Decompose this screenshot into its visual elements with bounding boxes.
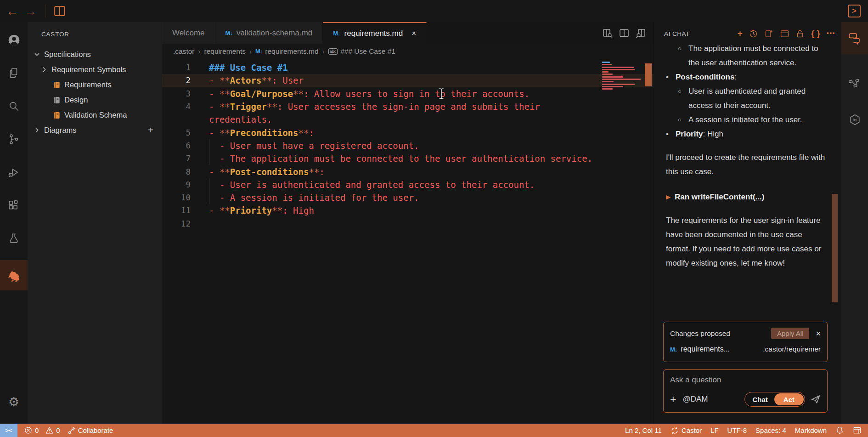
book-orange-icon: [53, 81, 61, 89]
breadcrumb-item[interactable]: .castor: [173, 47, 195, 56]
tree-item-requirement-symbols[interactable]: Requirement Symbols: [28, 62, 162, 77]
close-icon[interactable]: ×: [816, 329, 821, 338]
activity-item-run-debug[interactable]: [0, 157, 28, 187]
expand-arrow-icon: ▶: [666, 190, 671, 204]
editor-surface[interactable]: 1### Use Case #12- **Actors**: User3- **…: [162, 59, 654, 424]
add-icon[interactable]: +: [738, 29, 743, 38]
editor-actions: [602, 22, 654, 44]
activity-item-beaker[interactable]: [0, 223, 28, 254]
activity-item-search[interactable]: [0, 91, 28, 121]
ai-chat-header-icons: +{ }⋯: [738, 29, 835, 39]
editor-scrollbar[interactable]: [645, 63, 652, 86]
status-collaborate[interactable]: Collaborate: [67, 426, 113, 435]
status-markdown[interactable]: Markdown: [795, 426, 827, 434]
tree-item-label: Design: [64, 96, 88, 104]
tree-item-requirements[interactable]: Requirements: [28, 77, 162, 92]
status-lf[interactable]: LF: [710, 426, 719, 434]
apply-all-button[interactable]: Apply All: [771, 328, 810, 339]
attach-plus-icon[interactable]: +: [670, 394, 676, 405]
tree-item-specifications[interactable]: Specifications: [28, 47, 162, 62]
breadcrumb-item[interactable]: M↓requirements.md: [255, 47, 319, 56]
status-layout[interactable]: [853, 426, 862, 435]
code-text: - **Preconditions**:: [209, 128, 314, 138]
breadcrumb-separator-icon: ›: [322, 47, 325, 55]
remote-indicator[interactable]: ><: [0, 424, 17, 437]
rightbar-item-diagram[interactable]: [841, 67, 868, 99]
status-utf-8[interactable]: UTF-8: [727, 426, 747, 434]
split-editor-layout-icon[interactable]: [54, 6, 66, 17]
changes-proposed-title: Changes proposed: [670, 329, 730, 338]
chat-list-item: •Priority: High: [666, 127, 826, 141]
activity-item-account[interactable]: [0, 25, 28, 55]
tool-call-row[interactable]: ▶Ran writeFileContent(...): [666, 190, 826, 204]
tree-item-label: Specifications: [44, 50, 91, 59]
status-error[interactable]: 0: [24, 426, 39, 434]
code-line: 3- **Goal/Purpose**: Allow users to sign…: [162, 87, 654, 100]
rightbar-item-hex-0x[interactable]: 0x: [841, 103, 868, 136]
ide-window: ← → > ⚙ CASTOR SpecificationsRequirement…: [0, 0, 868, 437]
mouse-ibeam-cursor: [438, 87, 445, 100]
castor-beaver-icon: [6, 268, 21, 283]
mode-chat[interactable]: Chat: [746, 396, 774, 403]
code-text: - The application must be connected to t…: [209, 153, 592, 164]
activity-item-extensions[interactable]: [0, 190, 28, 221]
file-plus-icon[interactable]: [764, 29, 774, 39]
chat-scrollbar[interactable]: [832, 194, 838, 302]
markdown-file-icon: M↓: [333, 30, 340, 37]
mode-act[interactable]: Act: [774, 393, 804, 405]
account-icon: [8, 34, 20, 46]
braces-icon[interactable]: { }: [811, 29, 820, 38]
activity-item-source-control[interactable]: [0, 124, 28, 154]
changed-file-row[interactable]: M↓ requirements... .castor/requiremer: [670, 345, 821, 353]
line-number: 1: [162, 63, 209, 72]
tab-Welcome[interactable]: Welcome: [162, 22, 215, 44]
status-label: 0: [35, 426, 39, 434]
status-spaces-4[interactable]: Spaces: 4: [755, 426, 786, 434]
status-label: Castor: [682, 426, 702, 434]
tab-validation-schema-md[interactable]: M↓validation-schema.md: [215, 22, 323, 44]
tree-item-label: Requirement Symbols: [51, 65, 126, 74]
ai-chat-title: AI CHAT: [664, 30, 690, 37]
open-preview-side-icon[interactable]: [635, 28, 646, 39]
panel-icon[interactable]: [780, 29, 789, 39]
more-icon[interactable]: ⋯: [826, 29, 835, 38]
statusbar-right: Ln 2, Col 11CastorLFUTF-8Spaces: 4Markdo…: [625, 426, 868, 435]
bullet-icon: ○: [678, 45, 688, 70]
minimap[interactable]: [602, 62, 642, 93]
status-warning[interactable]: 0: [45, 426, 60, 434]
breadcrumb-item[interactable]: requirements: [204, 47, 246, 56]
tree-item-design[interactable]: Design: [28, 92, 162, 108]
activity-item-settings-gear[interactable]: ⚙: [0, 387, 28, 417]
tab-requirements-md[interactable]: M↓requirements.md×: [323, 22, 427, 44]
line-number: 11: [162, 206, 209, 215]
tree-item-diagrams[interactable]: Diagrams+: [28, 123, 162, 138]
status-ln-2-col-11[interactable]: Ln 2, Col 11: [625, 426, 662, 434]
back-icon[interactable]: ←: [6, 5, 18, 17]
breadcrumb-item[interactable]: abc### Use Case #1: [328, 47, 395, 56]
status-label: UTF-8: [727, 426, 747, 434]
activity-item-castor-beaver[interactable]: [0, 260, 28, 290]
terminal-badge-icon[interactable]: >: [848, 5, 861, 17]
mode-toggle[interactable]: Chat Act: [744, 392, 805, 407]
open-preview-icon[interactable]: [602, 28, 613, 39]
breadcrumb-label: requirements.md: [265, 47, 318, 56]
send-icon[interactable]: [811, 394, 821, 404]
tab-bar: WelcomeM↓validation-schema.mdM↓requireme…: [162, 22, 654, 44]
context-mention-label[interactable]: @DAM: [682, 395, 708, 404]
lock-icon[interactable]: [795, 29, 805, 39]
rightbar-item-ai-chat[interactable]: [841, 22, 868, 54]
add-diagram-button[interactable]: +: [148, 125, 153, 136]
code-line: 8- **Post-conditions**:: [162, 165, 654, 178]
status-sync[interactable]: Castor: [671, 426, 702, 435]
forward-icon[interactable]: →: [25, 5, 37, 17]
split-editor-icon[interactable]: [619, 28, 630, 39]
history-icon[interactable]: [749, 29, 758, 39]
minimap-line: [602, 86, 623, 87]
close-tab-icon[interactable]: ×: [411, 29, 416, 38]
chat-input-box[interactable]: Ask a question + @DAM Chat Act: [663, 369, 828, 413]
status-bell[interactable]: [835, 426, 844, 435]
activity-item-explorer[interactable]: [0, 58, 28, 88]
secondary-activity-bar: 0x: [841, 22, 868, 424]
chat-paragraph: I'll proceed to create the requirements …: [666, 150, 826, 179]
tree-item-validation-schema[interactable]: Validation Schema: [28, 108, 162, 123]
